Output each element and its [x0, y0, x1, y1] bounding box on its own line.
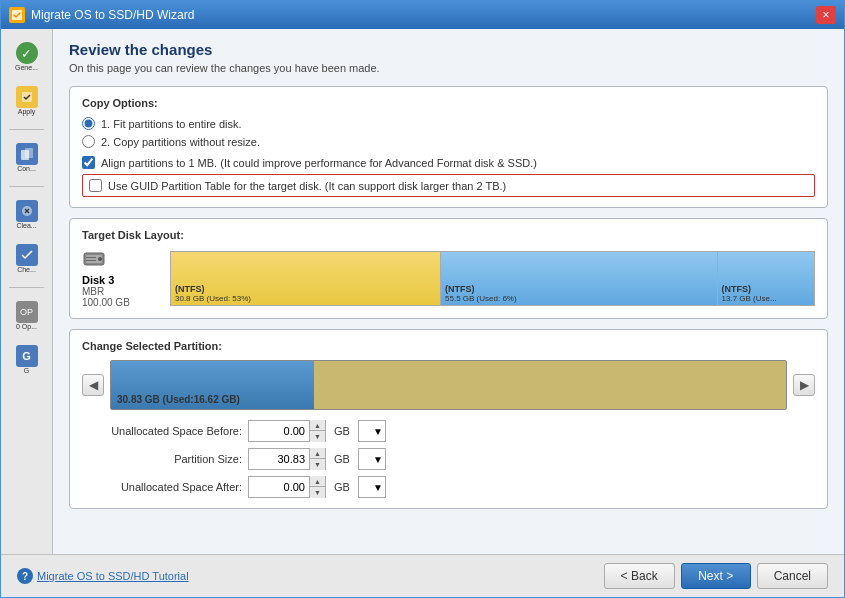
sidebar-label-apply: Apply — [18, 108, 36, 116]
dropdown-arrow-icon2: ▼ — [373, 454, 383, 465]
dropdown-arrow-icon3: ▼ — [373, 482, 383, 493]
partition-1-info: 30.8 GB (Used: 53%) — [175, 294, 436, 303]
radio-copy-input[interactable] — [82, 135, 95, 148]
partition-3[interactable]: (NTFS) 13.7 GB (Use... — [718, 252, 814, 305]
partition-size-label: 30.83 GB (Used:16.62 GB) — [117, 394, 240, 405]
unallocated-after-unit-dropdown[interactable]: ▼ — [358, 476, 386, 498]
page-title: Review the changes — [69, 41, 828, 58]
content-area: Review the changes On this page you can … — [53, 29, 844, 554]
disk-info: Disk 3 MBR 100.00 GB — [82, 249, 162, 308]
back-button[interactable]: < Back — [604, 563, 675, 589]
sidebar-divider-2 — [9, 186, 43, 187]
unallocated-after-spinners: ▲ ▼ — [309, 476, 325, 498]
tutorial-link[interactable]: ? Migrate OS to SSD/HD Tutorial — [17, 568, 189, 584]
sidebar-item-g[interactable]: G G — [7, 340, 47, 380]
partition-size-unit: GB — [334, 453, 350, 465]
sidebar-item-cleanup[interactable]: Clea... — [7, 195, 47, 235]
window: Migrate OS to SSD/HD Wizard × ✓ Gene... … — [0, 0, 845, 598]
main-layout: ✓ Gene... Apply Con... — [1, 29, 844, 554]
guid-checkbox[interactable] — [89, 179, 102, 192]
svg-point-7 — [98, 257, 102, 261]
copy-icon — [16, 143, 38, 165]
radio-fit-input[interactable] — [82, 117, 95, 130]
close-button[interactable]: × — [816, 6, 836, 24]
sidebar-divider-1 — [9, 129, 43, 130]
partition-2-type: (NTFS) — [445, 284, 712, 294]
copy-options-section: Copy Options: 1. Fit partitions to entir… — [69, 86, 828, 208]
align-label: Align partitions to 1 MB. (It could impr… — [101, 157, 537, 169]
unallocated-before-down[interactable]: ▼ — [309, 431, 325, 442]
prev-partition-button[interactable]: ◀ — [82, 374, 104, 396]
sidebar-item-ops[interactable]: OP 0 Op... — [7, 296, 47, 336]
radio-fit-partitions[interactable]: 1. Fit partitions to entire disk. — [82, 117, 815, 130]
app-icon — [9, 7, 25, 23]
sidebar-label-check: Che... — [17, 266, 36, 274]
target-disk-title: Target Disk Layout: — [82, 229, 815, 241]
sidebar-label-general: Gene... — [15, 64, 38, 72]
partitions-bar: (NTFS) 30.8 GB (Used: 53%) (NTFS) 55.5 G… — [170, 251, 815, 306]
svg-rect-8 — [86, 257, 96, 258]
footer-buttons: < Back Next > Cancel — [604, 563, 828, 589]
unallocated-after-down[interactable]: ▼ — [309, 487, 325, 498]
align-checkbox-item[interactable]: Align partitions to 1 MB. (It could impr… — [82, 156, 815, 169]
radio-copy-no-resize[interactable]: 2. Copy partitions without resize. — [82, 135, 815, 148]
partition-size-spinners: ▲ ▼ — [309, 448, 325, 470]
unallocated-after-up[interactable]: ▲ — [309, 476, 325, 487]
next-button[interactable]: Next > — [681, 563, 751, 589]
guid-checkbox-item: Use GUID Partition Table for the target … — [82, 174, 815, 197]
sidebar-label-cleanup: Clea... — [16, 222, 36, 230]
unallocated-before-unit-dropdown[interactable]: ▼ — [358, 420, 386, 442]
unallocated-after-unit: GB — [334, 481, 350, 493]
window-title: Migrate OS to SSD/HD Wizard — [31, 8, 816, 22]
sidebar-label-g: G — [24, 367, 29, 375]
change-partition-title: Change Selected Partition: — [82, 340, 815, 352]
unallocated-before-label: Unallocated Space Before: — [82, 425, 242, 437]
sidebar-label-copy: Con... — [17, 165, 36, 173]
partition-1[interactable]: (NTFS) 30.8 GB (Used: 53%) — [171, 252, 441, 305]
spinner-group: Unallocated Space Before: ▲ ▼ GB ▼ — [82, 420, 815, 498]
unallocated-after-input[interactable] — [249, 477, 309, 497]
help-icon: ? — [17, 568, 33, 584]
unallocated-before-input-wrap: ▲ ▼ — [248, 420, 326, 442]
disk-drive-icon — [82, 249, 106, 269]
cleanup-icon — [16, 200, 38, 222]
partition-size-unit-dropdown[interactable]: ▼ — [358, 448, 386, 470]
unallocated-after-input-wrap: ▲ ▼ — [248, 476, 326, 498]
sidebar-label-ops: 0 Op... — [16, 323, 37, 331]
sidebar-item-general[interactable]: ✓ Gene... — [7, 37, 47, 77]
change-partition-section: Change Selected Partition: ◀ 30.83 GB (U… — [69, 329, 828, 509]
checkmark-icon: ✓ — [16, 42, 38, 64]
copy-options-title: Copy Options: — [82, 97, 815, 109]
disk-layout: Disk 3 MBR 100.00 GB (NTFS) 30.8 GB (Use… — [82, 249, 815, 308]
svg-rect-3 — [25, 148, 33, 158]
sidebar-item-apply[interactable]: Apply — [7, 81, 47, 121]
partition-size-input-wrap: ▲ ▼ — [248, 448, 326, 470]
unallocated-after-row: Unallocated Space After: ▲ ▼ GB ▼ — [82, 476, 815, 498]
sidebar: ✓ Gene... Apply Con... — [1, 29, 53, 554]
sidebar-item-check[interactable]: Che... — [7, 239, 47, 279]
selected-partition-bar: 30.83 GB (Used:16.62 GB) — [110, 360, 787, 410]
partition-size-down[interactable]: ▼ — [309, 459, 325, 470]
align-checkbox[interactable] — [82, 156, 95, 169]
unallocated-before-unit: GB — [334, 425, 350, 437]
partition-size-input[interactable] — [249, 449, 309, 469]
radio-fit-label: 1. Fit partitions to entire disk. — [101, 118, 242, 130]
sidebar-item-copy[interactable]: Con... — [7, 138, 47, 178]
next-partition-button[interactable]: ▶ — [793, 374, 815, 396]
check-icon — [16, 244, 38, 266]
unallocated-before-input[interactable] — [249, 421, 309, 441]
unallocated-after-label: Unallocated Space After: — [82, 481, 242, 493]
partition-3-info: 13.7 GB (Use... — [722, 294, 810, 303]
sidebar-divider-3 — [9, 287, 43, 288]
dropdown-arrow-icon: ▼ — [373, 426, 383, 437]
svg-rect-9 — [86, 260, 96, 261]
ops-icon: OP — [16, 301, 38, 323]
partition-2[interactable]: (NTFS) 55.5 GB (Used: 6%) — [441, 252, 717, 305]
disk-type: MBR — [82, 286, 162, 297]
partition-size-label-text: Partition Size: — [82, 453, 242, 465]
unallocated-before-row: Unallocated Space Before: ▲ ▼ GB ▼ — [82, 420, 815, 442]
unallocated-before-up[interactable]: ▲ — [309, 420, 325, 431]
partition-size-up[interactable]: ▲ — [309, 448, 325, 459]
guid-label: Use GUID Partition Table for the target … — [108, 180, 506, 192]
cancel-button[interactable]: Cancel — [757, 563, 828, 589]
